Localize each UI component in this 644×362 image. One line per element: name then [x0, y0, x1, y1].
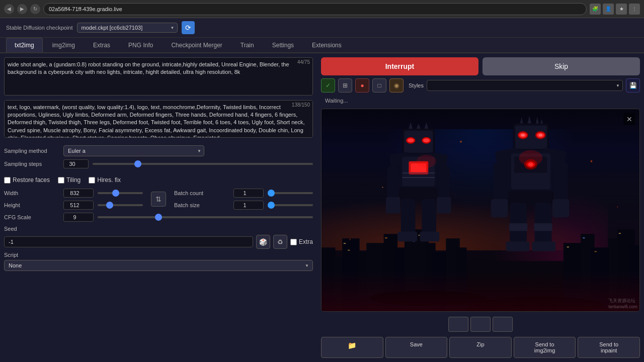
- folder-button[interactable]: 📁: [321, 337, 383, 358]
- dimensions-section: Width Height ⇅: [4, 189, 313, 210]
- save-button[interactable]: Save: [385, 337, 448, 358]
- height-slider[interactable]: [98, 204, 143, 206]
- svg-rect-80: [509, 191, 552, 205]
- style-save-button[interactable]: 💾: [626, 78, 640, 93]
- white-square-button[interactable]: □: [372, 78, 386, 93]
- svg-rect-45: [387, 166, 399, 199]
- seed-recycle-button[interactable]: ♻: [273, 235, 287, 249]
- red-circle-button[interactable]: ●: [355, 78, 369, 93]
- url-bar[interactable]: 02a56ff4-71ff-439e.gradio.live: [43, 3, 587, 15]
- cfg-slider[interactable]: [98, 216, 313, 218]
- batch-count-input[interactable]: [233, 189, 264, 198]
- width-slider[interactable]: [98, 192, 143, 194]
- tab-png-info[interactable]: PNG Info: [120, 38, 162, 52]
- skip-button[interactable]: Skip: [482, 57, 640, 75]
- svg-rect-83: [509, 223, 527, 231]
- model-select[interactable]: model.ckpt [cc6cb27103]: [77, 23, 178, 33]
- batch-count-slider[interactable]: [268, 192, 313, 194]
- sampling-steps-slider-container: [93, 160, 313, 168]
- cfg-section: CFG Scale: [4, 213, 313, 222]
- seed-extra-checkbox[interactable]: Extra: [290, 238, 313, 245]
- main-content: 44/75 138/150 Sampling method Euler a Eu…: [0, 53, 644, 362]
- tab-train[interactable]: Train: [232, 38, 263, 52]
- svg-rect-46: [386, 197, 400, 213]
- profile-icon[interactable]: 👤: [603, 4, 614, 15]
- svg-point-65: [538, 134, 542, 136]
- svg-point-94: [349, 239, 351, 240]
- sampling-steps-label: Sampling steps: [4, 161, 59, 167]
- negative-prompt-input[interactable]: [4, 100, 313, 138]
- refresh-model-button[interactable]: ⟳: [182, 21, 195, 34]
- tiling-checkbox[interactable]: Tiling: [58, 176, 80, 184]
- svg-rect-49: [400, 188, 437, 201]
- reload-button[interactable]: ↻: [30, 4, 40, 14]
- seed-section: 🎲 ♻ Extra: [4, 235, 313, 249]
- tab-checkpoint-merger[interactable]: Checkpoint Merger: [163, 38, 230, 52]
- zip-button[interactable]: Zip: [449, 337, 512, 358]
- back-button[interactable]: ◀: [4, 4, 14, 14]
- color-wheel-button[interactable]: ◉: [389, 78, 404, 93]
- seed-label: Seed: [4, 226, 313, 232]
- generated-image: 飞天资源论坛tertianwifi.com: [321, 109, 639, 311]
- svg-marker-55: [527, 116, 531, 124]
- tab-settings[interactable]: Settings: [264, 38, 302, 52]
- sampling-method-select[interactable]: Euler a Euler LMS DPM++ 2M: [63, 145, 204, 156]
- seed-dice-button[interactable]: 🎲: [256, 235, 270, 249]
- tab-extras[interactable]: Extras: [85, 38, 119, 52]
- hires-fix-checkbox[interactable]: Hires. fix: [89, 176, 121, 184]
- height-input[interactable]: [63, 201, 94, 210]
- folder-icon: 📁: [348, 341, 356, 349]
- cfg-slider-container: [98, 213, 313, 221]
- svg-marker-36: [424, 122, 428, 129]
- forward-button[interactable]: ▶: [17, 4, 27, 14]
- browser-icons: 🧩 👤 ★ ⋮: [590, 4, 640, 15]
- svg-rect-78: [553, 162, 568, 202]
- menu-icon[interactable]: ⋮: [629, 4, 640, 15]
- width-input[interactable]: [63, 189, 94, 198]
- sampling-steps-slider[interactable]: [93, 163, 313, 165]
- image-thumb-1[interactable]: [448, 317, 468, 332]
- swap-dimensions-button[interactable]: ⇅: [151, 192, 166, 207]
- cfg-label: CFG Scale: [4, 214, 59, 220]
- image-thumb-2[interactable]: [470, 317, 491, 332]
- restore-faces-checkbox[interactable]: Restore faces: [4, 176, 50, 184]
- svg-point-87: [417, 155, 436, 168]
- status-text: Waiting...: [325, 98, 348, 104]
- svg-rect-52: [397, 232, 417, 241]
- close-image-button[interactable]: ✕: [623, 113, 635, 125]
- width-row: Width: [4, 189, 143, 198]
- sampling-method-label: Sampling method: [4, 148, 59, 154]
- url-text: 02a56ff4-71ff-439e.gradio.live: [49, 6, 122, 12]
- cfg-input[interactable]: [63, 213, 94, 222]
- apply-styles-button[interactable]: ✓: [321, 78, 335, 93]
- script-select[interactable]: None: [4, 260, 313, 271]
- grid-view-button[interactable]: ⊞: [338, 78, 352, 93]
- styles-select-wrap: [427, 80, 623, 91]
- bookmark-icon[interactable]: ★: [616, 4, 627, 15]
- send-to-inpaint-button[interactable]: Send toinpaint: [578, 337, 640, 358]
- batch-size-input[interactable]: [233, 201, 264, 210]
- svg-point-91: [460, 141, 462, 143]
- styles-select[interactable]: [427, 80, 623, 91]
- dimensions-left: Width Height: [4, 189, 143, 210]
- svg-rect-77: [491, 199, 508, 217]
- tab-img2img[interactable]: img2img: [44, 38, 84, 52]
- swap-button-area: ⇅: [149, 189, 168, 210]
- interrupt-button[interactable]: Interrupt: [321, 57, 478, 75]
- height-label: Height: [4, 202, 59, 208]
- positive-prompt-input[interactable]: [4, 57, 313, 96]
- seed-input[interactable]: [4, 236, 253, 247]
- extensions-icon[interactable]: 🧩: [590, 4, 601, 15]
- batch-size-slider[interactable]: [268, 204, 313, 206]
- style-tools-row: ✓ ⊞ ● □ ◉ Styles 💾: [321, 78, 640, 93]
- image-thumb-3[interactable]: [493, 317, 513, 332]
- height-slider-container: [98, 201, 143, 209]
- svg-point-88: [519, 150, 543, 166]
- tab-extensions[interactable]: Extensions: [303, 38, 350, 52]
- model-select-wrap: model.ckpt [cc6cb27103]: [77, 23, 178, 33]
- tab-txt2img[interactable]: txt2img: [6, 38, 43, 52]
- send-to-img2img-button[interactable]: Send toimg2img: [514, 337, 576, 358]
- batch-count-row: Batch count: [174, 189, 313, 198]
- sampling-steps-input[interactable]: [63, 159, 89, 168]
- send-img2img-label: Send toimg2img: [534, 341, 555, 353]
